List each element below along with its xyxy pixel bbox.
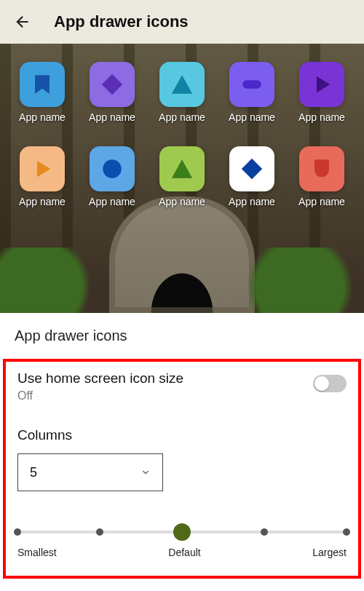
app-label: App name — [229, 196, 275, 207]
app-tile — [159, 62, 205, 107]
decorative-moss — [0, 247, 116, 313]
app-label: App name — [19, 111, 66, 123]
section-header: App drawer icons — [0, 313, 364, 344]
app-tile — [20, 62, 65, 107]
slider-thumb[interactable] — [173, 523, 191, 541]
icon-size-slider[interactable]: Smallest Default Largest — [17, 531, 347, 558]
section-title: App drawer icons — [15, 328, 349, 344]
slider-mid-label: Default — [168, 547, 200, 558]
chevron-down-icon — [141, 467, 151, 477]
columns-value: 5 — [30, 465, 37, 480]
app-bar: App drawer icons — [0, 0, 364, 44]
app-icon[interactable]: App name — [287, 62, 357, 123]
app-tile — [90, 146, 135, 191]
app-tile — [159, 146, 205, 191]
setting-title: Use home screen icon size — [17, 370, 183, 386]
slider-stop — [96, 528, 103, 536]
columns-label: Columns — [17, 427, 347, 443]
app-icon[interactable]: App name — [7, 62, 77, 123]
page-title: App drawer icons — [54, 12, 189, 31]
slider-stop — [261, 528, 268, 536]
app-tile — [90, 62, 135, 107]
slider-track — [17, 531, 347, 534]
columns-select[interactable]: 5 — [17, 453, 163, 491]
icon-preview: App nameApp nameApp nameApp nameApp name… — [0, 44, 364, 313]
app-label: App name — [298, 111, 345, 123]
app-label: App name — [89, 111, 135, 123]
app-label: App name — [159, 196, 205, 207]
app-label: App name — [229, 111, 275, 123]
app-icon[interactable]: App name — [7, 146, 77, 207]
svg-point-1 — [103, 159, 122, 178]
slider-min-label: Smallest — [17, 547, 57, 558]
app-icon[interactable]: App name — [147, 62, 217, 123]
setting-state: Off — [17, 389, 183, 402]
slider-labels: Smallest Default Largest — [17, 547, 347, 558]
app-tile — [299, 146, 344, 191]
app-icon[interactable]: App name — [217, 146, 287, 207]
svg-rect-0 — [242, 80, 261, 88]
back-button[interactable] — [9, 8, 36, 36]
app-tile — [229, 146, 274, 191]
app-icon-grid: App nameApp nameApp nameApp nameApp name… — [0, 62, 364, 207]
app-label: App name — [89, 196, 135, 207]
app-icon[interactable]: App name — [77, 62, 147, 123]
app-label: App name — [19, 196, 66, 207]
app-tile — [299, 62, 344, 107]
app-icon[interactable]: App name — [287, 146, 357, 207]
app-icon[interactable]: App name — [217, 62, 287, 123]
slider-max-label: Largest — [312, 547, 347, 558]
app-icon[interactable]: App name — [77, 146, 147, 207]
app-tile — [229, 62, 274, 107]
slider-stop — [14, 528, 21, 536]
arrow-left-icon — [13, 12, 32, 31]
setting-use-home-size: Use home screen icon size Off — [17, 370, 347, 402]
settings-highlight-box: Use home screen icon size Off Columns 5 … — [3, 359, 361, 579]
decorative-moss — [248, 247, 364, 313]
use-home-size-toggle[interactable] — [313, 375, 347, 392]
app-tile — [20, 146, 65, 191]
app-label: App name — [159, 111, 205, 123]
app-icon[interactable]: App name — [147, 146, 217, 207]
app-label: App name — [298, 196, 345, 207]
slider-stop — [343, 528, 350, 536]
